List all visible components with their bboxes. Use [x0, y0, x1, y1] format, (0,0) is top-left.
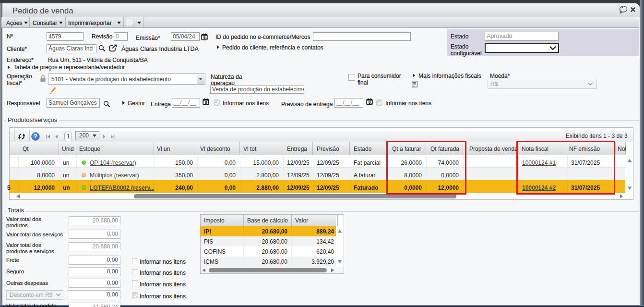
- svg-text:8: 8: [205, 100, 207, 105]
- svg-text:8: 8: [369, 100, 371, 105]
- svg-text:?: ?: [34, 133, 37, 140]
- svg-text:8: 8: [203, 35, 206, 40]
